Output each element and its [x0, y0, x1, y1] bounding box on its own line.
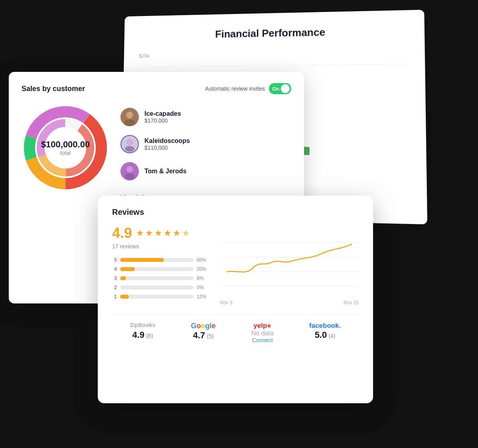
- financial-title: Financial Performance: [139, 25, 408, 42]
- zipbooks-rating: 4.9 (8): [130, 330, 156, 340]
- trend-end-label: Nov 15: [344, 300, 359, 305]
- bar-pct: 20%: [197, 266, 208, 272]
- facebook-rating: 5.0 (4): [309, 330, 341, 340]
- bar-fill: [120, 258, 164, 262]
- customer-item: Tom & Jerods: [120, 162, 291, 180]
- svg-point-15: [125, 146, 134, 152]
- customer-item: Kaleidoscoops $110,000: [120, 135, 291, 153]
- bar-track: [120, 267, 194, 271]
- reviews-left: 4.9 ★ ★ ★ ★ ★ ★ 17 reviews 5 60%: [112, 225, 208, 305]
- rating-bars: 5 60% 4 20% 3: [112, 257, 208, 299]
- avatar: [120, 162, 139, 180]
- trend-labels: Nov 3 Nov 15: [220, 300, 359, 305]
- yelp-connect-link[interactable]: Connect: [251, 337, 274, 343]
- auto-review-toggle[interactable]: On: [269, 83, 291, 94]
- bar-pct: 0%: [197, 285, 208, 290]
- donut-chart: $100,000.00 total: [22, 104, 109, 192]
- review-invites-label: Automatic review invites: [205, 85, 265, 92]
- sales-title: Sales by customer: [22, 85, 85, 93]
- rating-summary: 4.9 ★ ★ ★ ★ ★ ★: [112, 225, 208, 242]
- donut-label: total: [41, 150, 90, 156]
- bar-track: [120, 276, 194, 280]
- yelp-logo: yelp❋: [251, 322, 274, 330]
- bar-pct: 12%: [197, 294, 208, 299]
- svg-point-16: [127, 140, 132, 145]
- customer-info: Tom & Jerods: [144, 168, 187, 175]
- bar-label: 1: [112, 293, 117, 299]
- bar-row-2: 2 0%: [112, 284, 208, 290]
- bar-track: [120, 285, 194, 289]
- reviews-right: Nov 3 Nov 15: [220, 225, 359, 305]
- bar-row-5: 5 60%: [112, 257, 208, 263]
- zipbooks-logo: ZipBooks: [130, 322, 156, 328]
- customer-name: Kaleidoscoops: [144, 137, 190, 145]
- customer-info: Kaleidoscoops $110,000: [144, 137, 190, 151]
- svg-point-19: [124, 173, 135, 180]
- bar-label: 4: [112, 266, 117, 272]
- bar-track: [120, 295, 194, 299]
- star-5: ★: [173, 228, 181, 238]
- bar-fill: [120, 276, 126, 280]
- customer-info: Ice-capades $170,000: [144, 110, 181, 124]
- reviews-divider: [112, 314, 359, 315]
- sales-content: $100,000.00 total Ice-capades $170: [22, 104, 291, 201]
- bar-label: 3: [112, 275, 117, 281]
- bar-fill: [120, 267, 135, 271]
- platform-facebook: facebook. 5.0 (4): [309, 322, 341, 340]
- bar-pct: 8%: [197, 276, 208, 281]
- svg-point-18: [126, 166, 133, 172]
- star-3: ★: [154, 228, 162, 238]
- customer-name: Ice-capades: [144, 110, 181, 117]
- bar-pct: 60%: [197, 257, 208, 263]
- bar-track: [120, 258, 194, 262]
- yelp-no-data: No data: [251, 330, 274, 337]
- review-invites-toggle-area: Automatic review invites On: [205, 83, 291, 94]
- bar-fill: [120, 295, 129, 299]
- customer-amount: $170,000: [144, 117, 181, 124]
- customer-amount: $110,000: [144, 145, 190, 151]
- bar-label: 2: [112, 284, 117, 290]
- reviews-card: Reviews 4.9 ★ ★ ★ ★ ★ ★ 17 reviews 5: [98, 196, 373, 403]
- review-count: 17 reviews: [112, 243, 208, 250]
- sales-header: Sales by customer Automatic review invit…: [22, 83, 291, 94]
- avatar: [120, 135, 139, 153]
- bar-row-3: 3 8%: [112, 275, 208, 281]
- google-rating: 4.7 (5): [191, 330, 216, 341]
- stars: ★ ★ ★ ★ ★ ★: [136, 228, 190, 238]
- avatar: [120, 108, 139, 126]
- bar-row-1: 1 12%: [112, 293, 208, 299]
- svg-point-12: [127, 112, 132, 118]
- customer-list: Ice-capades $170,000 Kaleidoscoops $110: [120, 104, 291, 201]
- bar-row-4: 4 20%: [112, 266, 208, 272]
- platform-yelp: yelp❋ No data Connect: [251, 322, 274, 343]
- y-axis-label: $25k: [139, 53, 150, 59]
- trend-chart: [220, 225, 359, 297]
- google-logo: Google: [191, 322, 216, 330]
- facebook-logo: facebook.: [309, 322, 341, 330]
- trend-start-label: Nov 3: [220, 300, 232, 305]
- toggle-circle: [281, 84, 290, 93]
- customer-name: Tom & Jerods: [144, 168, 187, 175]
- platform-google: Google 4.7 (5): [191, 322, 216, 341]
- reviews-title: Reviews: [112, 208, 359, 217]
- donut-amount: $100,000.00: [41, 139, 90, 150]
- customer-item: Ice-capades $170,000: [120, 108, 291, 126]
- platform-zipbooks: ZipBooks 4.9 (8): [130, 322, 156, 340]
- bar-label: 5: [112, 257, 117, 263]
- donut-center: $100,000.00 total: [41, 139, 90, 156]
- toggle-label: On: [272, 86, 279, 92]
- reviews-main: 4.9 ★ ★ ★ ★ ★ ★ 17 reviews 5 60%: [112, 225, 359, 305]
- star-4: ★: [164, 228, 172, 238]
- star-2: ★: [145, 228, 153, 238]
- rating-number: 4.9: [112, 225, 132, 242]
- star-half: ★: [182, 228, 190, 238]
- star-1: ★: [136, 228, 144, 238]
- platform-row: ZipBooks 4.9 (8) Google 4.7 (5) yelp❋ No: [112, 322, 359, 343]
